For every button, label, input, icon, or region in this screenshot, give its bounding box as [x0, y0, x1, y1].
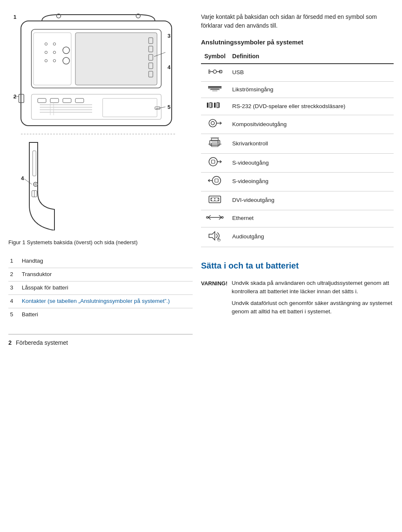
- symbol-def-svideo-out: S-videoutgång: [229, 154, 394, 173]
- symbol-def-serial: RS-232 (DVD-spelare eller streckkodsläsa…: [229, 98, 394, 115]
- svg-rect-3: [34, 33, 71, 85]
- table-row: Likströmsingång: [201, 82, 394, 98]
- svg-point-96: [218, 200, 219, 201]
- svg-point-95: [214, 200, 215, 201]
- svg-text:2: 2: [13, 93, 16, 100]
- svg-point-105: [218, 239, 220, 241]
- symbol-icon-usb: [201, 64, 229, 82]
- symbol-def-composite: Kompositvideoutgång: [229, 115, 394, 134]
- bottom-number: 2: [8, 339, 12, 346]
- table-row: S-videoutgång: [201, 154, 394, 173]
- part-number: 3: [8, 281, 20, 294]
- svg-rect-62: [207, 103, 209, 108]
- list-item: 1Handtag: [8, 255, 193, 268]
- svg-rect-80: [211, 160, 215, 163]
- symbol-icon-svideo-in: [201, 172, 229, 191]
- list-item: 2Transduktor: [8, 268, 193, 281]
- table-row: Audioutgång: [201, 227, 394, 247]
- symbol-def-dvi: DVI-videoutgång: [229, 191, 394, 210]
- battery-section: Sätta i och ta ut batteriet VARNING! Und…: [201, 260, 394, 321]
- symbol-def-ethernet: Ethernet: [229, 210, 394, 227]
- symbol-icon-dvi: [201, 191, 229, 210]
- svg-point-84: [212, 176, 221, 185]
- svg-marker-104: [209, 232, 215, 240]
- part-label: Kontakter (se tabellen „Anslutningssymbo…: [20, 294, 193, 308]
- warning-label: VARNING!: [201, 280, 227, 316]
- symbol-def-dc: Likströmsingång: [229, 82, 394, 98]
- part-label: Handtag: [20, 255, 193, 268]
- intro-text: Varje kontakt på baksidan och sidan är f…: [201, 13, 394, 30]
- part-number: 4: [8, 294, 20, 308]
- svg-text:4: 4: [21, 175, 24, 181]
- svg-text:5: 5: [168, 104, 170, 110]
- symbol-icon-dc: [201, 82, 229, 98]
- svg-point-91: [211, 198, 212, 199]
- table-row: USB: [201, 64, 394, 82]
- bottom-label-text: Förbereda systemet: [16, 339, 68, 346]
- part-label: Batteri: [20, 308, 193, 321]
- bottom-section: 2 Förbereda systemet: [8, 334, 193, 347]
- svg-point-79: [209, 158, 217, 166]
- part-number: 2: [8, 268, 20, 281]
- symbol-def-svideo-in: S-videoingång: [229, 172, 394, 191]
- svg-rect-2: [75, 33, 157, 85]
- table-row: Kompositvideoutgång: [201, 115, 394, 134]
- parts-list: 1Handtag2Transduktor3Låsspak för batteri…: [8, 255, 193, 321]
- svg-point-92: [214, 198, 215, 199]
- part-label: Låsspak för batteri: [20, 281, 193, 294]
- svg-point-94: [211, 200, 212, 201]
- col-symbol-header: Symbol: [201, 50, 229, 64]
- figure-caption: Figur 1 Systemets baksida (överst) och s…: [8, 239, 193, 246]
- svg-point-76: [218, 142, 219, 143]
- warning-text: Undvik skada på användaren och ultraljud…: [232, 279, 394, 316]
- table-row: S-videoingång: [201, 172, 394, 191]
- svg-point-97: [206, 217, 208, 218]
- svg-rect-65: [214, 103, 216, 108]
- warning-block: VARNING! Undvik skada på användaren och …: [201, 279, 394, 316]
- symbol-table: Symbol Definition USB: [201, 50, 394, 247]
- svg-point-93: [218, 198, 219, 199]
- svg-rect-66: [217, 103, 219, 108]
- svg-point-98: [222, 217, 223, 218]
- part-number: 1: [8, 255, 20, 268]
- svg-point-69: [211, 121, 214, 125]
- symbol-def-usb: USB: [229, 64, 394, 82]
- symbol-def-audio: Audioutgång: [229, 227, 394, 247]
- col-definition-header: Definition: [229, 50, 394, 64]
- part-number: 5: [8, 308, 20, 321]
- svg-rect-74: [211, 143, 218, 147]
- symbol-icon-audio: [201, 227, 229, 247]
- device-illustration: 1 3 4 5 2: [8, 13, 193, 230]
- table-row: DVI-videoutgång: [201, 191, 394, 210]
- svg-text:4: 4: [168, 64, 171, 70]
- svg-rect-14: [31, 94, 161, 119]
- list-item: 4Kontakter (se tabellen „Anslutningssymb…: [8, 294, 193, 308]
- svg-rect-75: [211, 138, 218, 141]
- warning-text-2: Undvik dataförlust och genomför säker av…: [232, 299, 394, 316]
- svg-point-68: [209, 119, 216, 127]
- list-item: 5Batteri: [8, 308, 193, 321]
- symbol-icon-serial: [201, 98, 229, 115]
- list-item: 3Låsspak för batteri: [8, 281, 193, 294]
- symbol-icon-svideo-out: [201, 154, 229, 173]
- battery-heading: Sätta i och ta ut batteriet: [201, 260, 394, 273]
- table-row: Skrivarkontroll: [201, 134, 394, 154]
- svg-text:3: 3: [168, 33, 170, 39]
- svg-point-49: [213, 70, 216, 73]
- symbol-icon-composite: [201, 115, 229, 134]
- symbol-table-heading: Anslutningssymboler på systemet: [201, 38, 394, 46]
- svg-text:1: 1: [13, 14, 16, 20]
- symbol-icon-printer: [201, 134, 229, 154]
- symbol-def-printer: Skrivarkontroll: [229, 134, 394, 154]
- part-label: Transduktor: [20, 268, 193, 281]
- symbol-icon-ethernet: [201, 210, 229, 227]
- table-row: Ethernet: [201, 210, 394, 227]
- svg-rect-63: [210, 103, 211, 108]
- table-row: RS-232 (DVD-spelare eller streckkodsläsa…: [201, 98, 394, 115]
- svg-rect-85: [215, 179, 218, 182]
- warning-text-1: Undvik skada på användaren och ultraljud…: [232, 279, 394, 296]
